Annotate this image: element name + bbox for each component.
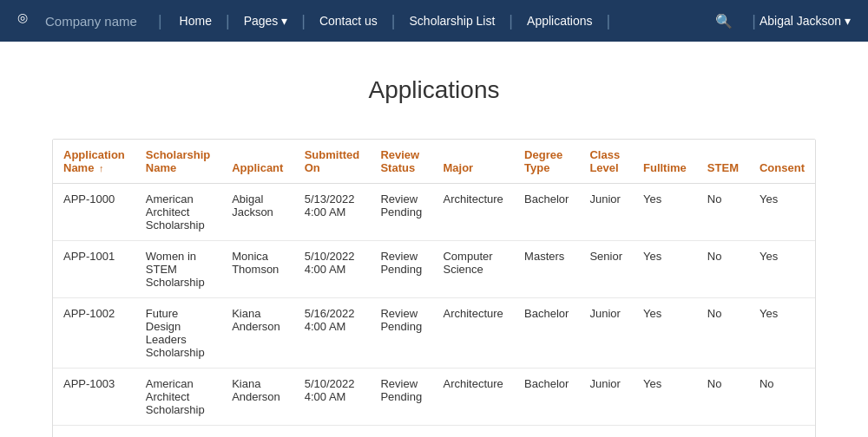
nav-item-pages[interactable]: Pages ▾ <box>230 0 302 42</box>
table-cell: Computer Science <box>432 426 514 438</box>
table-row[interactable]: APP-1001Women in STEM ScholarshipMonica … <box>53 241 815 298</box>
table-cell: APP-1003 <box>53 369 135 426</box>
table-cell: Architecture <box>432 298 514 369</box>
table-cell: Yes <box>633 298 697 369</box>
table-cell: Masters <box>514 241 579 298</box>
table-row[interactable]: APP-1003American Architect ScholarshipKi… <box>53 369 815 426</box>
table-cell: 5/16/20224:00 AM <box>294 426 371 438</box>
table-cell: Monica Thomson <box>221 241 294 298</box>
table-cell: 5/13/20224:00 AM <box>294 184 371 241</box>
table-cell: Yes <box>749 426 815 438</box>
table-cell: Yes <box>633 241 697 298</box>
table-cell: Yes <box>749 184 815 241</box>
table-cell: Review Pending <box>370 369 432 426</box>
table-cell: Foreign Language Scholarship <box>135 426 221 438</box>
table-cell: Review Pending <box>370 298 432 369</box>
col-applicant[interactable]: Applicant <box>221 140 294 184</box>
nav-link-applications[interactable]: Applications <box>513 0 607 42</box>
sort-icon: ↑ <box>99 163 104 173</box>
nav-link-contact[interactable]: Contact us <box>306 0 391 42</box>
nav-item-home[interactable]: Home <box>166 0 226 42</box>
nav-link-scholarship[interactable]: Scholarship List <box>396 0 510 42</box>
table-cell: Yes <box>633 369 697 426</box>
applications-table-wrapper: ApplicationName ↑ Scholarship Name Appli… <box>52 139 816 437</box>
table-cell: APP-1004 <box>53 426 135 438</box>
table-cell: Review Pending <box>370 426 432 438</box>
table-cell: Abigal Jackson <box>221 184 294 241</box>
table-cell: Architecture <box>432 184 514 241</box>
col-class-level[interactable]: ClassLevel <box>579 140 633 184</box>
col-submitted-on[interactable]: Submitted On <box>294 140 371 184</box>
table-cell: American Architect Scholarship <box>135 184 221 241</box>
user-menu[interactable]: Abigal Jackson ▾ <box>760 14 851 28</box>
divider-0: | <box>158 12 162 30</box>
col-review-status[interactable]: Review Status <box>370 140 432 184</box>
table-cell: Women in STEM Scholarship <box>135 241 221 298</box>
table-cell: Yes <box>749 241 815 298</box>
table-cell: 5/10/20224:00 AM <box>294 369 371 426</box>
table-cell: APP-1001 <box>53 241 135 298</box>
table-cell: Yes <box>749 298 815 369</box>
table-cell: 5/10/20224:00 AM <box>294 241 371 298</box>
table-cell: Bachelor <box>514 369 579 426</box>
applications-table: ApplicationName ↑ Scholarship Name Appli… <box>53 140 815 437</box>
table-cell: APP-1002 <box>53 298 135 369</box>
nav-item-contact[interactable]: Contact us <box>306 0 391 42</box>
table-body: APP-1000American Architect ScholarshipAb… <box>53 184 815 438</box>
nav-item-scholarship[interactable]: Scholarship List <box>396 0 510 42</box>
table-cell: Yes <box>633 426 697 438</box>
table-cell: No <box>749 369 815 426</box>
table-cell: Junior <box>579 369 633 426</box>
col-major[interactable]: Major <box>432 140 514 184</box>
col-consent[interactable]: Consent <box>749 140 815 184</box>
table-cell: Review Pending <box>370 241 432 298</box>
brand[interactable]: ◎ Company name <box>17 10 137 31</box>
table-cell: Bachelor <box>514 298 579 369</box>
table-cell: Junior <box>579 184 633 241</box>
col-scholarship-name[interactable]: Scholarship Name <box>135 140 221 184</box>
table-cell: APP-1000 <box>53 184 135 241</box>
divider-5: | <box>607 12 611 30</box>
table-cell: Computer Science <box>432 241 514 298</box>
table-cell: 5/16/20224:00 AM <box>294 298 371 369</box>
table-cell: No <box>697 369 749 426</box>
table-header: ApplicationName ↑ Scholarship Name Appli… <box>53 140 815 184</box>
col-stem[interactable]: STEM <box>697 140 749 184</box>
table-cell: Senior <box>579 241 633 298</box>
table-row[interactable]: APP-1000American Architect ScholarshipAb… <box>53 184 815 241</box>
divider-6: | <box>752 12 756 30</box>
table-cell: American Architect Scholarship <box>135 369 221 426</box>
table-cell: Bachelor <box>514 426 579 438</box>
nav-link-pages[interactable]: Pages ▾ <box>230 0 302 42</box>
table-cell: Bachelor <box>514 184 579 241</box>
table-cell: Monica Thomson <box>221 426 294 438</box>
main-content: Applications ApplicationName ↑ Scholarsh… <box>0 42 868 437</box>
brand-name: Company name <box>45 14 137 29</box>
table-cell: No <box>697 241 749 298</box>
nav-links: Home | Pages ▾ | Contact us | Scholarshi… <box>166 0 700 42</box>
search-icon[interactable]: 🔍 <box>708 13 740 29</box>
table-cell: Junior <box>579 426 633 438</box>
navbar: ◎ Company name | Home | Pages ▾ | Contac… <box>0 0 868 42</box>
table-cell: No <box>697 184 749 241</box>
table-cell: No <box>697 426 749 438</box>
table-row[interactable]: APP-1004Foreign Language ScholarshipMoni… <box>53 426 815 438</box>
table-cell: Review Pending <box>370 184 432 241</box>
table-cell: Architecture <box>432 369 514 426</box>
table-cell: No <box>697 298 749 369</box>
page-title: Applications <box>52 76 816 104</box>
table-cell: Junior <box>579 298 633 369</box>
nav-link-home[interactable]: Home <box>166 0 226 42</box>
nav-item-applications[interactable]: Applications <box>513 0 607 42</box>
col-degree-type[interactable]: DegreeType <box>514 140 579 184</box>
col-fulltime[interactable]: Fulltime <box>633 140 697 184</box>
table-row[interactable]: APP-1002Future Design Leaders Scholarshi… <box>53 298 815 369</box>
table-cell: Yes <box>633 184 697 241</box>
col-app-id[interactable]: ApplicationName ↑ <box>53 140 135 184</box>
table-cell: Future Design Leaders Scholarship <box>135 298 221 369</box>
table-cell: Kiana Anderson <box>221 298 294 369</box>
table-cell: Kiana Anderson <box>221 369 294 426</box>
brand-icon: ◎ <box>17 10 38 31</box>
